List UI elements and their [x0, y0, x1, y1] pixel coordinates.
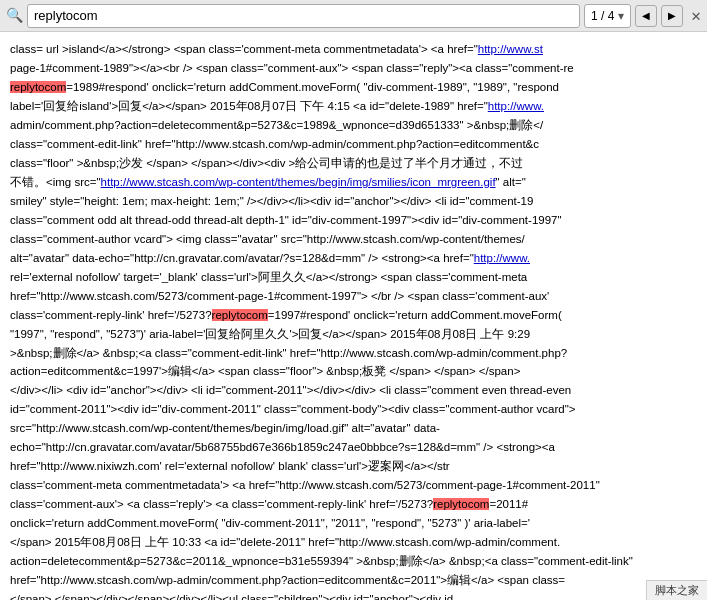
- code-content: class= url >island</a></strong> <span cl…: [10, 40, 697, 600]
- text-line-18: action=editcomment&c=1997'>编辑</a> <span …: [10, 365, 520, 377]
- page-counter-text: 1 / 4: [591, 9, 614, 23]
- text-line-30: </span> </span></div></span></div></li><…: [10, 593, 453, 600]
- text-line-1: class= url >island</a></strong> <span cl…: [10, 43, 543, 55]
- text-line-26: onclick='return addComment.moveForm( "di…: [10, 517, 530, 529]
- address-bar[interactable]: [27, 4, 580, 28]
- highlight-replytocom-2: replytocom: [212, 309, 268, 321]
- text-line-20: id="comment-2011"><div id="div-comment-2…: [10, 403, 575, 415]
- text-line-3: replytocom=1989#respond' onclick='return…: [10, 81, 559, 93]
- close-icon[interactable]: ✕: [691, 6, 701, 26]
- text-line-7: class="floor" >&nbsp;沙发 </span> </span><…: [10, 157, 523, 169]
- text-line-29: href="http://www.stcash.com/wp-admin/com…: [10, 574, 565, 586]
- search-icon: 🔍: [6, 7, 23, 24]
- text-line-16: "1997", "respond", "5273")' aria-label='…: [10, 328, 530, 340]
- text-line-28: action=deletecomment&p=5273&c=2011&_wpno…: [10, 555, 633, 567]
- text-line-4: label='回复给island'>回复</a></span> 2015年08月…: [10, 100, 544, 112]
- text-line-13: rel='external nofollow' target='_blank' …: [10, 271, 527, 283]
- text-line-11: class="comment-author vcard"> <img class…: [10, 233, 525, 245]
- text-line-15: class='comment-reply-link' href='/5273?r…: [10, 309, 562, 321]
- highlight-replytocom-3: replytocom: [433, 498, 489, 510]
- text-line-10: class="comment odd alt thread-odd thread…: [10, 214, 562, 226]
- link-avatar-2[interactable]: http://www.: [474, 252, 530, 264]
- text-line-9: smiley" style="height: 1em; max-height: …: [10, 195, 533, 207]
- content-area: class= url >island</a></strong> <span cl…: [0, 32, 707, 600]
- text-line-27: </span> 2015年08月08日 上午 10:33 <a id="dele…: [10, 536, 560, 548]
- text-line-22: echo="http://cn.gravatar.com/avatar/5b68…: [10, 441, 555, 453]
- text-line-19: </div></li> <div id="anchor"></div> <li …: [10, 384, 571, 396]
- link-st[interactable]: http://www.st: [478, 43, 543, 55]
- prev-button[interactable]: ◀: [635, 5, 657, 27]
- next-button[interactable]: ▶: [661, 5, 683, 27]
- toolbar: 🔍 1 / 4 ▾ ◀ ▶ ✕: [0, 0, 707, 32]
- text-line-21: src="http://www.stcash.com/wp-content/th…: [10, 422, 440, 434]
- text-line-14: href="http://www.stcash.com/5273/comment…: [10, 290, 549, 302]
- link-delete[interactable]: http://www.: [488, 100, 544, 112]
- text-line-2: page-1#comment-1989">: [10, 62, 140, 74]
- text-line-24: class='comment-meta commentmetadata'> <a…: [10, 479, 600, 491]
- text-line-12: alt="avatar" data-echo="http://cn.gravat…: [10, 252, 530, 264]
- text-line-5: admin/comment.php?action=deletecomment&p…: [10, 119, 543, 131]
- dropdown-icon[interactable]: ▾: [618, 9, 624, 23]
- text-line-6: class="comment-edit-link" href="http://w…: [10, 138, 539, 150]
- bottom-bar-label: 脚本之家: [655, 584, 699, 596]
- highlight-replytocom-1: replytocom: [10, 81, 66, 93]
- page-counter: 1 / 4 ▾: [584, 4, 631, 28]
- text-line-8: 不错。<img src="http://www.stcash.com/wp-co…: [10, 176, 526, 188]
- text-line-23: href="http://www.nixiwzh.com' rel='exter…: [10, 460, 450, 472]
- address-input[interactable]: [34, 8, 573, 23]
- link-mrgreen[interactable]: http://www.stcash.com/wp-content/themes/…: [101, 176, 496, 188]
- text-line-25: class='comment-aux'> <a class='reply'> <…: [10, 498, 528, 510]
- bottom-bar: 脚本之家: [646, 580, 707, 600]
- text-line-17: >&nbsp;删除</a> &nbsp;<a class="comment-ed…: [10, 347, 567, 359]
